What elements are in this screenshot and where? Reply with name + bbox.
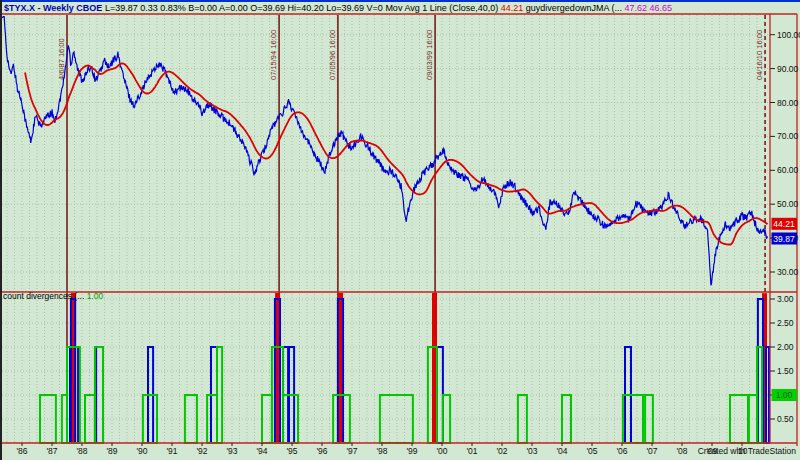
indicator-values: 47.62 46.65 [624, 3, 672, 13]
y-axis-tick-label: 0.50 [777, 414, 794, 424]
y-axis-tick-label: 70.00 [777, 131, 799, 141]
x-axis-tick-label: '06 [616, 446, 627, 456]
axis-badge: 39.87 [772, 233, 798, 245]
event-line-label: 04/16/10 16:00 [755, 30, 764, 80]
x-axis-tick-label: '89 [106, 446, 117, 456]
indicator-label: guydivergedownJMA (... [526, 3, 622, 13]
symbol-label: $TYX.X - Weekly CBOE [4, 3, 102, 13]
event-line-label: 09/03/99 16:00 [425, 30, 434, 80]
moving-average-line [25, 64, 768, 245]
y-axis-tick-label: 100.00 [777, 30, 800, 40]
x-axis-tick-label: '86 [16, 446, 27, 456]
y-axis-tick-label: 2.00 [777, 342, 794, 352]
x-axis-tick-label: '96 [316, 446, 327, 456]
y-axis-tick-label: 1.50 [777, 366, 794, 376]
x-axis-tick-label: '90 [136, 446, 147, 456]
lower-pane-value: 1.00 [87, 291, 104, 301]
y-axis-tick-label: 60.00 [777, 165, 799, 175]
tradestation-chart-window: 4/6/87 16:0007/15/94 16:0007/05/96 16:00… [0, 0, 800, 460]
x-axis-tick-label: '07 [646, 446, 657, 456]
window-top-edge [0, 0, 800, 2]
axis-badge: 1.00 [772, 389, 798, 401]
y-axis-tick-label: 30.00 [777, 267, 799, 277]
price-line [3, 17, 768, 286]
x-axis-tick-label: '92 [196, 446, 207, 456]
event-lines: 4/6/87 16:0007/15/94 16:0007/05/96 16:00… [57, 15, 765, 443]
event-line-label: 07/05/96 16:00 [328, 30, 337, 80]
svg-text:44.21: 44.21 [773, 219, 795, 229]
y-axis-tick-label: 50.00 [777, 199, 799, 209]
lower-pane-name: count divergences (... [3, 291, 84, 301]
svg-text:1.00: 1.00 [776, 390, 793, 400]
y-axis-tick-label: 90.00 [777, 64, 799, 74]
x-axis-tick-label: '00 [436, 446, 447, 456]
tradestation-credit: Created with TradeStation [698, 446, 796, 456]
x-axis-tick-label: '88 [76, 446, 87, 456]
y-axis-tick-label: 80.00 [777, 98, 799, 108]
svg-text:39.87: 39.87 [773, 234, 795, 244]
x-axis-tick-label: '91 [166, 446, 177, 456]
x-axis-tick-label: '94 [256, 446, 267, 456]
chart-status-line: $TYX.X - Weekly CBOE L=39.87 0.33 0.83% … [4, 3, 672, 13]
x-axis-tick-label: '93 [226, 446, 237, 456]
grid [2, 15, 770, 443]
x-axis-tick-label: '97 [346, 446, 357, 456]
x-axis-tick-label: '05 [586, 446, 597, 456]
axis-badge: 44.21 [772, 218, 798, 230]
x-axis-tick-label: '08 [676, 446, 687, 456]
x-axis-tick-label: '03 [526, 446, 537, 456]
lower-pane-title: count divergences (... 1.00 [3, 291, 103, 301]
quote-fields: L=39.87 0.33 0.83% B=0.00 A=0.00 O=39.69… [105, 3, 498, 13]
x-axis-tick-label: '01 [466, 446, 477, 456]
x-axis-tick-label: '95 [286, 446, 297, 456]
window-left-edge [0, 0, 2, 460]
x-axis-tick-label: '99 [406, 446, 417, 456]
event-line-label: 07/15/94 16:00 [269, 30, 278, 80]
y-axis-tick-label: 3.00 [777, 294, 794, 304]
x-axis-tick-label: '02 [496, 446, 507, 456]
ma-value: 44.21 [501, 3, 524, 13]
x-axis-tick-label: '04 [556, 446, 567, 456]
x-axis-tick-label: '87 [46, 446, 57, 456]
chart-canvas[interactable]: 4/6/87 16:0007/15/94 16:0007/05/96 16:00… [0, 0, 800, 460]
x-axis-tick-label: '98 [376, 446, 387, 456]
y-axis-tick-label: 2.50 [777, 318, 794, 328]
